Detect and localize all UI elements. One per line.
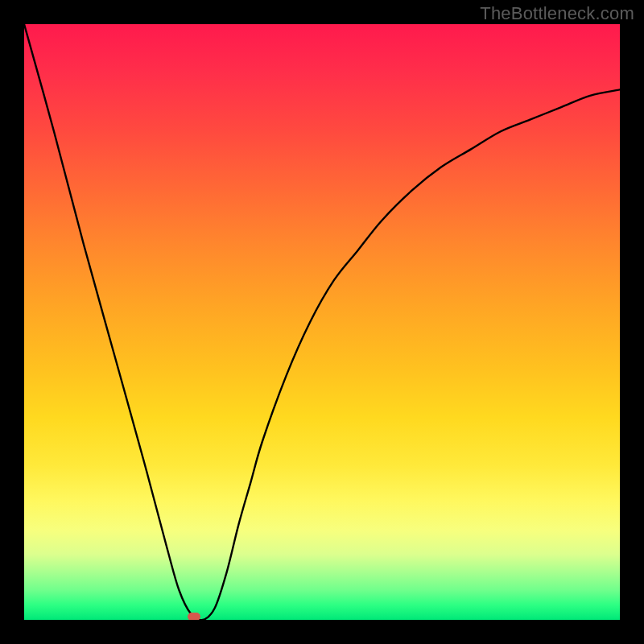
watermark-text: TheBottleneck.com [480, 3, 634, 24]
plot-area [24, 24, 620, 620]
optimum-marker [188, 613, 200, 620]
chart-frame: TheBottleneck.com [0, 0, 644, 644]
bottleneck-curve [24, 24, 620, 620]
